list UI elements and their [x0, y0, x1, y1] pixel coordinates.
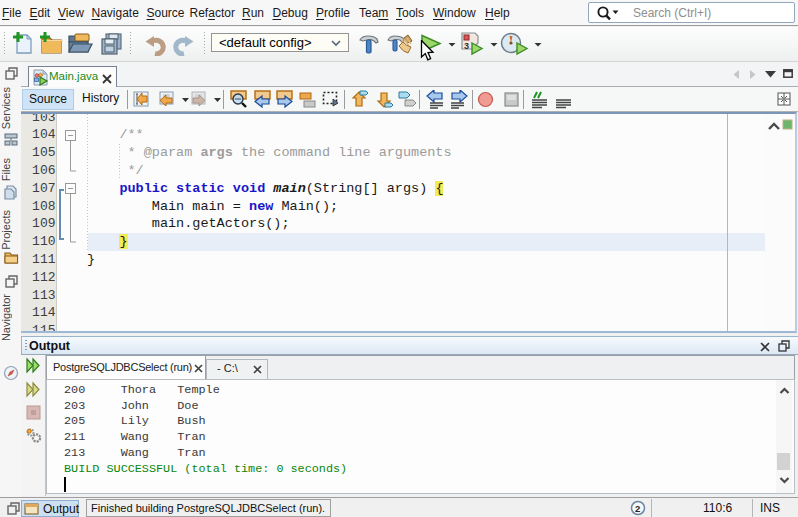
svg-text:2: 2 [635, 503, 640, 514]
svg-text:3: 3 [464, 41, 469, 51]
